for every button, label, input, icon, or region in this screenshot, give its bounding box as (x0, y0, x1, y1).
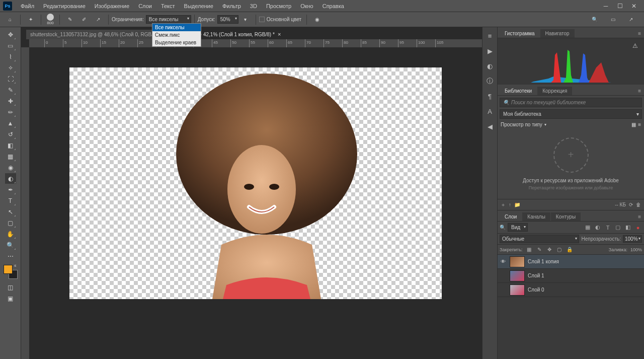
window-close-icon[interactable]: ✕ (627, 1, 641, 11)
menu-window[interactable]: Окно (296, 1, 318, 11)
rectangle-tool[interactable]: ▢ (5, 218, 16, 228)
color-swatches[interactable]: ⤮ (4, 265, 18, 279)
search-icon[interactable]: 🔍 (589, 14, 601, 26)
trash-icon[interactable]: 🗑 (636, 202, 641, 207)
layer-name[interactable]: Слой 0 (528, 287, 544, 293)
crop-tool[interactable]: ⛶ (5, 74, 16, 84)
histogram-warning-icon[interactable]: ⚠ (632, 42, 638, 49)
menu-help[interactable]: Справка (318, 1, 349, 11)
panel-menu-icon[interactable]: ≡ (635, 29, 644, 38)
quick-mask-tool[interactable]: ◫ (5, 282, 16, 293)
layer-row[interactable]: Слой 0 (498, 283, 644, 297)
zoom-tool[interactable]: 🔍 (5, 240, 16, 250)
filter-pixel-icon[interactable]: ▦ (584, 224, 592, 232)
eyedropper-tool[interactable]: ✎ (5, 85, 16, 95)
dodge-tool[interactable]: ◐ (5, 173, 16, 184)
tab-adjustments[interactable]: Коррекция (537, 87, 572, 95)
list-view-icon[interactable]: ≡ (638, 122, 641, 127)
workspace-icon[interactable]: ▭ (607, 14, 619, 26)
vertical-ruler[interactable] (21, 47, 29, 359)
tolerance-stepper-icon[interactable]: ▾ (239, 14, 252, 26)
stamp-tool[interactable]: ▲ (5, 118, 16, 128)
layer-row[interactable]: 👁 Слой 1 копия (498, 255, 644, 269)
tab-histogram[interactable]: Гистограмма (500, 29, 540, 38)
menu-edit[interactable]: Редактирование (39, 1, 90, 11)
home-icon[interactable]: ⌂ (4, 14, 16, 26)
screen-mode-tool[interactable]: ▣ (5, 293, 16, 304)
lock-artboard-icon[interactable]: ▢ (556, 246, 563, 253)
filter-adjust-icon[interactable]: ◐ (594, 224, 602, 232)
lasso-tool[interactable]: ⌇ (5, 51, 16, 62)
layer-name[interactable]: Слой 1 (528, 273, 544, 278)
layer-thumbnail[interactable] (510, 284, 525, 296)
path-select-tool[interactable]: ↖ (5, 206, 16, 217)
character-panel-icon[interactable]: A (485, 106, 496, 117)
lock-image-icon[interactable]: ✎ (536, 246, 543, 253)
tab-navigator[interactable]: Навигатор (540, 29, 575, 38)
panel-menu-icon[interactable]: ≡ (635, 212, 644, 221)
menu-filter[interactable]: Фильтр (218, 1, 246, 11)
layer-thumbnail[interactable] (510, 256, 525, 267)
chevron-down-icon[interactable]: ▾ (544, 122, 546, 127)
document-tab-1[interactable]: shutterstock_1130573132.jpg @ 48,6% (Сло… (26, 30, 157, 39)
folder-icon[interactable]: 📁 (514, 202, 520, 207)
pen-tool[interactable]: ✒ (5, 184, 16, 195)
blur-tool[interactable]: ◉ (5, 162, 16, 173)
layer-filter-kind[interactable]: Вид (508, 223, 528, 232)
brush-settings-icon[interactable]: ✎ (64, 14, 76, 26)
canvas[interactable] (69, 67, 442, 299)
move-tool[interactable]: ✥ (5, 29, 16, 40)
pressure-opacity-icon[interactable]: ◉ (311, 14, 323, 26)
magic-wand-tool[interactable]: ✧ (5, 62, 16, 73)
sync-icon[interactable]: ⟳ (629, 202, 633, 207)
history-brush-tool[interactable]: ↺ (5, 129, 16, 139)
library-selector[interactable]: Моя библиотека (500, 109, 642, 119)
window-minimize-icon[interactable]: ─ (599, 1, 613, 11)
filter-shape-icon[interactable]: ▢ (614, 224, 622, 232)
swap-colors-icon[interactable]: ⤮ (14, 264, 18, 268)
edit-toolbar[interactable]: ⋯ (5, 251, 16, 261)
lock-all-icon[interactable]: 🔒 (566, 246, 573, 253)
filter-smart-icon[interactable]: ◧ (624, 224, 632, 232)
menu-select[interactable]: Выделение (180, 1, 218, 11)
menu-view[interactable]: Просмотр (262, 1, 296, 11)
layer-name[interactable]: Слой 1 копия (528, 259, 559, 264)
type-tool[interactable]: T (5, 195, 16, 206)
marquee-tool[interactable]: ▭ (5, 40, 16, 51)
gradient-tool[interactable]: ▦ (5, 151, 16, 162)
tab-paths[interactable]: Контуры (551, 212, 581, 221)
lock-transparency-icon[interactable]: ▦ (526, 246, 533, 253)
brush-tool[interactable]: ✏ (5, 107, 16, 117)
panel-menu-icon[interactable]: ≡ (635, 87, 644, 95)
brush-preview[interactable]: 800 (44, 14, 56, 26)
hand-tool[interactable]: ✋ (5, 229, 16, 239)
limit-dropdown[interactable]: Все пикселы (146, 15, 191, 24)
eraser-tool[interactable]: ◧ (5, 140, 16, 151)
library-dropzone[interactable]: + Доступ к ресурсам из приложений Adobe … (498, 128, 644, 199)
filter-toggle-icon[interactable]: ● (634, 224, 642, 232)
close-icon[interactable]: × (278, 31, 281, 37)
horizontal-ruler[interactable]: 0510152025303540455055606570758085909510… (29, 39, 482, 47)
foreground-color[interactable] (4, 265, 13, 274)
tab-libraries[interactable]: Библиотеки (500, 87, 537, 95)
tablet-pressure-icon[interactable]: ↗ (92, 14, 104, 26)
properties-panel-icon[interactable]: ≡ (485, 30, 496, 41)
actions-panel-icon[interactable]: ▶ (485, 45, 496, 56)
menu-layers[interactable]: Слои (134, 1, 156, 11)
menu-file[interactable]: Файл (16, 1, 39, 11)
menu-image[interactable]: Изображение (90, 1, 134, 11)
upload-icon[interactable]: ↑ (509, 202, 511, 207)
layer-thumbnail[interactable] (510, 270, 525, 281)
add-content-icon[interactable]: ＋ (501, 201, 506, 208)
primary-color-checkbox[interactable] (259, 17, 265, 22)
fill-field[interactable]: 100% (630, 247, 642, 252)
window-maximize-icon[interactable]: ☐ (613, 1, 627, 11)
healing-tool[interactable]: ✚ (5, 96, 16, 106)
library-search[interactable]: 🔍 Поиск по текущей библиотеке (500, 98, 642, 107)
glyphs-panel-icon[interactable]: ◀ (485, 121, 496, 132)
grid-view-icon[interactable]: ▦ (631, 122, 636, 127)
share-icon[interactable]: ↗ (625, 14, 637, 26)
visibility-icon[interactable]: 👁 (500, 259, 507, 264)
tool-preset-icon[interactable]: ✦ (25, 14, 37, 26)
layer-row[interactable]: Слой 1 (498, 269, 644, 283)
